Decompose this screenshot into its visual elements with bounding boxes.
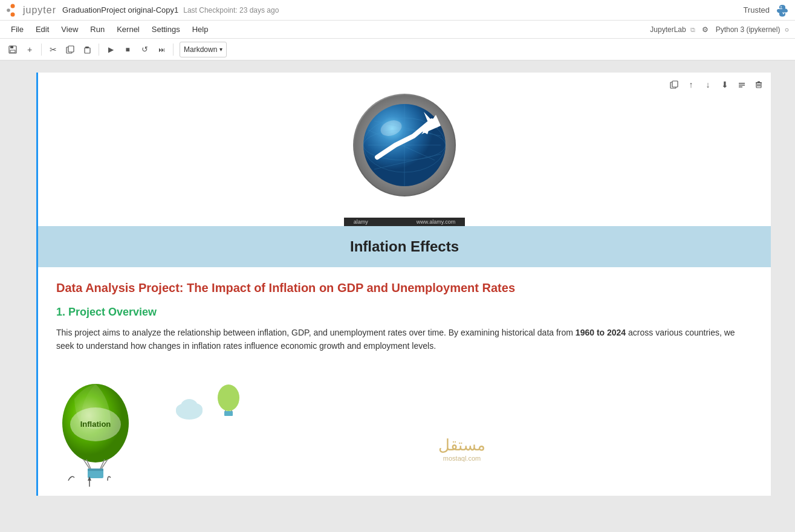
menu-edit[interactable]: Edit [31, 24, 54, 35]
svg-point-0 [11, 4, 15, 8]
cell-move-up-button[interactable]: ↑ [684, 77, 698, 92]
toolbar: + ✂ ▶ ■ ↺ ⏭ Markdown ▾ [0, 39, 795, 60]
small-balloon-area [171, 381, 753, 423]
title-bar: jupyter GraduationProject original-Copy1… [0, 0, 795, 21]
right-content: مستقل mostaql.com [165, 375, 759, 496]
menu-bar: File Edit View Run Kernel Settings Help … [0, 21, 795, 39]
mostaql-logo-svg: مستقل mostaql.com [401, 429, 522, 465]
paste-button[interactable] [79, 42, 95, 57]
svg-rect-15 [739, 85, 745, 86]
svg-text:mostaql.com: mostaql.com [443, 455, 481, 462]
watermark-content: alamy www.alamy.com [344, 218, 465, 226]
notebook-title[interactable]: GraduationProject original-Copy1 [62, 5, 178, 15]
svg-point-2 [7, 8, 10, 12]
fastforward-icon: ⏭ [158, 46, 165, 53]
finance-icon [344, 85, 465, 206]
run-icon: ▶ [108, 45, 114, 54]
cell-actions: ↑ ↓ ⬇ [667, 77, 766, 92]
watermark-bar: alamy www.alamy.com [38, 218, 771, 226]
restart-icon: ↺ [141, 45, 148, 54]
cell-delete-button[interactable] [751, 77, 766, 92]
notebook-area[interactable]: ↑ ↓ ⬇ [36, 60, 795, 532]
svg-rect-13 [672, 81, 678, 87]
menu-run[interactable]: Run [85, 24, 109, 35]
jupyter-logo: jupyter [6, 4, 56, 17]
menu-file[interactable]: File [6, 24, 28, 35]
svg-text:Inflation: Inflation [80, 420, 111, 429]
kernel-circle: ○ [785, 25, 789, 34]
svg-rect-45 [88, 469, 103, 471]
download-icon: ⬇ [721, 80, 728, 89]
svg-rect-11 [85, 47, 89, 48]
menu-kernel[interactable]: Kernel [112, 24, 144, 35]
project-description: This project aims to analyze the relatio… [56, 326, 753, 353]
banner-title: Inflation Effects [350, 238, 459, 255]
watermark-left: alamy [354, 219, 368, 225]
svg-rect-6 [10, 46, 13, 48]
move-down-icon: ↓ [706, 80, 710, 89]
section-heading: 1. Project Overview [56, 306, 753, 319]
small-balloon-svg [213, 381, 244, 423]
jupyterlab-ext-icon: ⧉ [690, 26, 695, 33]
balloon-area: Inflation [38, 375, 771, 496]
cell-move-down-button[interactable]: ↓ [701, 77, 715, 92]
svg-point-4 [783, 13, 784, 14]
trusted-badge: Trusted [743, 5, 770, 15]
title-bar-right: Trusted [743, 4, 789, 17]
python-icon [776, 4, 789, 17]
restart-button[interactable]: ↺ [137, 42, 152, 57]
svg-rect-52 [224, 411, 233, 416]
menu-help[interactable]: Help [187, 24, 213, 35]
svg-text:مستقل: مستقل [438, 436, 485, 454]
description-bold: 1960 to 2024 [576, 328, 626, 337]
svg-rect-22 [758, 82, 760, 83]
svg-point-51 [218, 384, 239, 411]
header-image-section [38, 73, 771, 218]
svg-point-50 [181, 399, 198, 414]
jupyterlab-link[interactable]: JupyterLab [650, 25, 686, 34]
title-banner: Inflation Effects [38, 226, 771, 267]
jupyter-logo-icon [6, 4, 19, 17]
toolbar-sep-1 [41, 44, 42, 56]
add-cell-button[interactable]: + [22, 42, 37, 57]
cut-button[interactable]: ✂ [45, 42, 61, 57]
menu-settings[interactable]: Settings [147, 24, 185, 35]
cell-copy-button[interactable] [667, 77, 681, 92]
svg-rect-10 [85, 48, 90, 53]
move-up-icon: ↑ [689, 80, 693, 89]
svg-rect-7 [10, 50, 15, 53]
stop-button[interactable]: ■ [120, 42, 135, 57]
save-button[interactable] [5, 42, 21, 57]
cell-type-selector[interactable]: Markdown ▾ [180, 42, 227, 57]
run-button[interactable]: ▶ [103, 42, 118, 57]
toolbar-sep-2 [99, 44, 99, 56]
stop-icon: ■ [125, 45, 129, 54]
balloon-container: Inflation [50, 375, 141, 496]
jupyter-label: jupyter [23, 5, 56, 16]
svg-rect-16 [739, 86, 742, 88]
text-content: Data Analysis Project: The Impact of Inf… [38, 267, 771, 375]
svg-point-1 [11, 12, 15, 16]
watermark-right: www.alamy.com [417, 219, 455, 225]
svg-point-3 [780, 6, 782, 7]
description-part1: This project aims to analyze the relatio… [56, 328, 576, 337]
toolbar-sep-3 [173, 44, 174, 56]
cut-icon: ✂ [50, 45, 57, 54]
fastforward-button[interactable]: ⏭ [154, 42, 169, 57]
settings-icon[interactable]: ⚙ [702, 25, 709, 34]
main-area: ↑ ↓ ⬇ [0, 60, 795, 532]
menu-bar-right: JupyterLab ⧉ ⚙ Python 3 (ipykernel) ○ [650, 25, 789, 34]
project-title: Data Analysis Project: The Impact of Inf… [56, 279, 753, 296]
cell-format-button[interactable] [735, 77, 749, 92]
svg-rect-21 [756, 82, 762, 83]
finance-ball-svg [350, 91, 459, 199]
menu-view[interactable]: View [56, 24, 83, 35]
cloud-svg [171, 393, 207, 423]
cell-download-button[interactable]: ⬇ [718, 77, 732, 92]
svg-rect-14 [739, 83, 745, 84]
markdown-cell: ↑ ↓ ⬇ [36, 73, 771, 496]
checkpoint-text: Last Checkpoint: 23 days ago [183, 6, 279, 15]
mostaql-area: مستقل mostaql.com [171, 429, 753, 465]
svg-rect-9 [68, 46, 74, 52]
copy-button[interactable] [62, 42, 78, 57]
